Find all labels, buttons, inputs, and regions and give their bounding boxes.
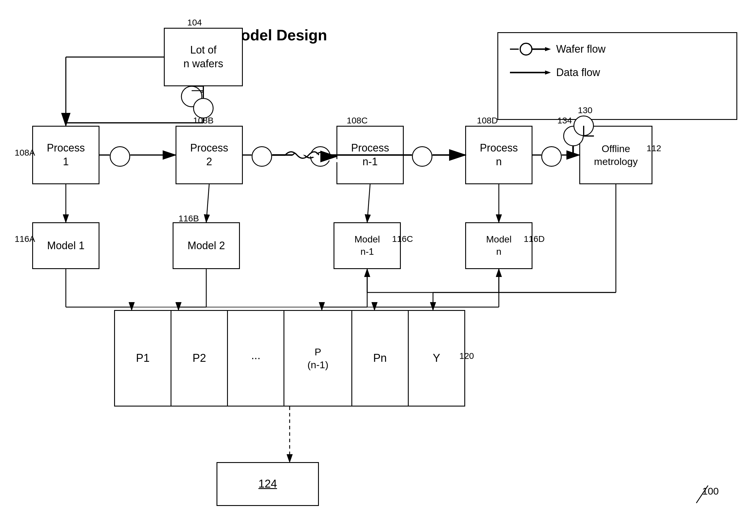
page-title: Model Design — [228, 26, 327, 44]
col-y: Y — [409, 311, 464, 406]
circle-130 — [574, 116, 594, 136]
svg-marker-3 — [545, 47, 551, 51]
data-table-box: P1 P2 ··· P (n-1) Pn Y — [114, 310, 465, 407]
ref-100: 100 — [702, 486, 719, 497]
ref-120: 120 — [459, 351, 474, 361]
ref-134: 134 — [557, 116, 572, 125]
circle-lot-repositioned — [193, 98, 214, 119]
process2-box: Process 2 — [176, 126, 243, 184]
ref-112: 112 — [647, 143, 661, 153]
lot-of-wafers-box: Lot of n wafers — [164, 28, 243, 86]
circle-pn1-pn — [541, 146, 562, 167]
process1-box: Process 1 — [32, 126, 99, 184]
box-124: 124 — [217, 462, 319, 506]
circle-p1-p2-a — [110, 146, 130, 167]
col-pn: Pn — [352, 311, 409, 406]
legend-data-flow: Data flow — [510, 65, 725, 80]
ref-104: 104 — [187, 17, 202, 28]
model2-box: Model 2 — [173, 222, 240, 269]
ref-124-label: 124 — [258, 477, 277, 491]
ref-116A: 116A — [14, 234, 35, 244]
ref-116B: 116B — [178, 214, 199, 224]
ref-116D: 116D — [524, 234, 545, 244]
circle-p1-p2-b — [252, 146, 272, 167]
process-n1-box: Process n-1 — [337, 126, 404, 184]
svg-line-53 — [206, 184, 209, 222]
circle-squiggle-left — [310, 146, 331, 167]
legend-wafer-flow: Wafer flow — [510, 42, 725, 56]
model-n-box: Model n — [465, 222, 532, 269]
ref-108A: 108A — [14, 148, 35, 158]
model-n1-box: Model n-1 — [334, 222, 401, 269]
ref-108D: 108D — [477, 116, 498, 125]
col-pn1: P (n-1) — [284, 311, 352, 406]
offline-metrology-box: Offline metrology — [579, 126, 652, 184]
ref-116C: 116C — [392, 234, 413, 244]
wafer-flow-label: Wafer flow — [556, 43, 606, 55]
svg-marker-5 — [545, 70, 551, 75]
circle-squiggle-right — [412, 146, 432, 167]
col-p2: P2 — [172, 311, 228, 406]
diagram: Model Design Wafer flow Data flow Lot of… — [0, 0, 756, 532]
ref-108C: 108C — [347, 116, 368, 125]
col-dots: ··· — [228, 311, 284, 406]
process-n-box: Process n — [465, 126, 532, 184]
svg-point-1 — [520, 43, 532, 55]
svg-line-54 — [367, 184, 370, 222]
ref-130: 130 — [578, 105, 592, 115]
model1-box: Model 1 — [32, 222, 99, 269]
data-flow-label: Data flow — [556, 66, 600, 79]
col-p1: P1 — [115, 311, 172, 406]
legend-box: Wafer flow Data flow — [498, 32, 737, 120]
